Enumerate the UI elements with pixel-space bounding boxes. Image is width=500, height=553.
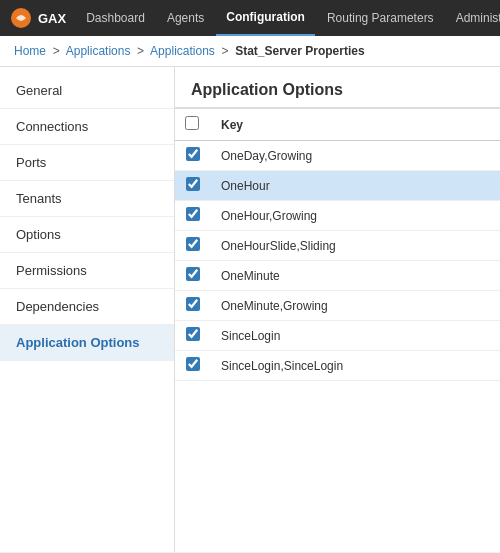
sidebar-item-application-options[interactable]: Application Options bbox=[0, 325, 174, 361]
nav-configuration[interactable]: Configuration bbox=[216, 0, 315, 36]
row-checkbox[interactable] bbox=[186, 327, 200, 341]
nav-agents[interactable]: Agents bbox=[157, 0, 214, 36]
row-checkbox[interactable] bbox=[186, 357, 200, 371]
row-checkbox-cell bbox=[175, 321, 211, 351]
nav-administration[interactable]: Administ... bbox=[446, 0, 500, 36]
sidebar-item-ports[interactable]: Ports bbox=[0, 145, 174, 181]
column-key-header: Key bbox=[211, 109, 500, 141]
row-checkbox-cell bbox=[175, 201, 211, 231]
sidebar: General Connections Ports Tenants Option… bbox=[0, 67, 175, 552]
row-key: OneDay,Growing bbox=[211, 141, 500, 171]
table-row: OneHour bbox=[175, 171, 500, 201]
row-checkbox[interactable] bbox=[186, 297, 200, 311]
content-area: Application Options Key OneDay,GrowingOn… bbox=[175, 67, 500, 552]
row-checkbox[interactable] bbox=[186, 237, 200, 251]
row-key: OneHourSlide,Sliding bbox=[211, 231, 500, 261]
row-checkbox-cell bbox=[175, 291, 211, 321]
row-checkbox-cell bbox=[175, 351, 211, 381]
table-row: OneMinute bbox=[175, 261, 500, 291]
row-checkbox-cell bbox=[175, 171, 211, 201]
logo-icon bbox=[10, 7, 32, 29]
row-key: OneHour,Growing bbox=[211, 201, 500, 231]
top-nav: GAX Dashboard Agents Configuration Routi… bbox=[0, 0, 500, 36]
sidebar-item-permissions[interactable]: Permissions bbox=[0, 253, 174, 289]
breadcrumb-applications-1[interactable]: Applications bbox=[66, 44, 131, 58]
row-checkbox-cell bbox=[175, 231, 211, 261]
table-row: OneMinute,Growing bbox=[175, 291, 500, 321]
row-key: SinceLogin bbox=[211, 321, 500, 351]
sidebar-item-tenants[interactable]: Tenants bbox=[0, 181, 174, 217]
main-layout: General Connections Ports Tenants Option… bbox=[0, 67, 500, 552]
sidebar-item-general[interactable]: General bbox=[0, 73, 174, 109]
options-table: Key OneDay,GrowingOneHourOneHour,Growing… bbox=[175, 109, 500, 381]
breadcrumb-applications-2[interactable]: Applications bbox=[150, 44, 215, 58]
breadcrumb-current: Stat_Server Properties bbox=[235, 44, 364, 58]
nav-dashboard[interactable]: Dashboard bbox=[76, 0, 155, 36]
breadcrumb-home[interactable]: Home bbox=[14, 44, 46, 58]
row-key: OneMinute bbox=[211, 261, 500, 291]
logo-text: GAX bbox=[38, 11, 66, 26]
row-key: OneHour bbox=[211, 171, 500, 201]
table-row: SinceLogin,SinceLogin bbox=[175, 351, 500, 381]
row-checkbox[interactable] bbox=[186, 177, 200, 191]
table-row: OneHour,Growing bbox=[175, 201, 500, 231]
table-row: OneDay,Growing bbox=[175, 141, 500, 171]
sidebar-item-dependencies[interactable]: Dependencies bbox=[0, 289, 174, 325]
row-checkbox[interactable] bbox=[186, 267, 200, 281]
logo: GAX bbox=[10, 7, 66, 29]
row-checkbox-cell bbox=[175, 141, 211, 171]
header-checkbox-cell bbox=[175, 109, 211, 141]
table-row: OneHourSlide,Sliding bbox=[175, 231, 500, 261]
page-title: Application Options bbox=[175, 67, 500, 109]
sidebar-item-options[interactable]: Options bbox=[0, 217, 174, 253]
row-checkbox[interactable] bbox=[186, 147, 200, 161]
row-checkbox-cell bbox=[175, 261, 211, 291]
row-checkbox[interactable] bbox=[186, 207, 200, 221]
nav-routing-parameters[interactable]: Routing Parameters bbox=[317, 0, 444, 36]
table-row: SinceLogin bbox=[175, 321, 500, 351]
breadcrumb: Home > Applications > Applications > Sta… bbox=[0, 36, 500, 67]
row-key: SinceLogin,SinceLogin bbox=[211, 351, 500, 381]
row-key: OneMinute,Growing bbox=[211, 291, 500, 321]
sidebar-item-connections[interactable]: Connections bbox=[0, 109, 174, 145]
select-all-checkbox[interactable] bbox=[185, 116, 199, 130]
